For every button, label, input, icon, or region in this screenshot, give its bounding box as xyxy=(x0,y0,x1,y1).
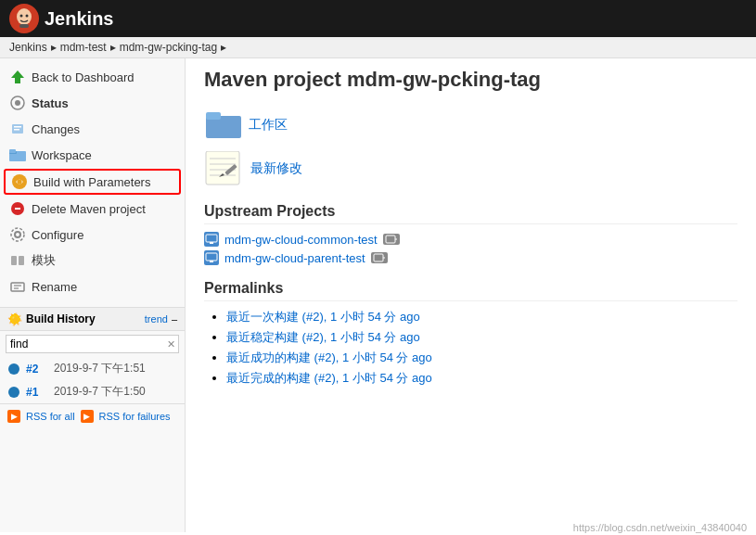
sidebar-item-configure[interactable]: Configure xyxy=(0,222,185,248)
workspace-folder-icon xyxy=(9,146,26,163)
doc-icon xyxy=(204,151,243,186)
permalink-item-1: 最近稳定构建 (#2), 1 小时 54 分 ago xyxy=(226,329,737,346)
find-input[interactable] xyxy=(6,335,179,353)
svg-point-1 xyxy=(17,8,32,25)
svg-marker-5 xyxy=(11,70,24,83)
sidebar-item-changes[interactable]: Changes xyxy=(0,116,185,142)
sidebar-item-build-with-parameters[interactable]: Build with Parameters xyxy=(4,169,181,195)
svg-point-2 xyxy=(20,15,23,18)
build-with-parameters-label: Build with Parameters xyxy=(33,175,150,189)
breadcrumb-mdm-test[interactable]: mdm-test xyxy=(60,41,107,54)
svg-point-15 xyxy=(18,180,22,185)
computer-icon-0 xyxy=(204,232,219,247)
breadcrumb-mdm-gw-pcking-tag[interactable]: mdm-gw-pcking-tag xyxy=(120,41,217,54)
svg-point-7 xyxy=(15,100,20,106)
page-title: Maven project mdm-gw-pcking-tag xyxy=(204,68,737,92)
rss-failures-link[interactable]: RSS for failures xyxy=(99,411,171,422)
trend-link[interactable]: trend xyxy=(145,313,168,325)
svg-rect-13 xyxy=(9,149,16,153)
build-link-2[interactable]: #2 xyxy=(26,363,48,376)
rss-footer: ▶ RSS for all ▶ RSS for failures xyxy=(0,403,185,428)
upstream-list: mdm-gw-cloud-common-test mdm-gw-cloud-pa… xyxy=(204,232,737,265)
breadcrumb: Jenkins ▸ mdm-test ▸ mdm-gw-pcking-tag ▸ xyxy=(0,37,756,58)
svg-rect-28 xyxy=(206,112,221,120)
jenkins-title: Jenkins xyxy=(45,8,113,30)
upstream-link-0[interactable]: mdm-gw-cloud-common-test xyxy=(224,233,378,247)
build-status-icon-1 xyxy=(7,386,20,399)
watermark: https://blog.csdn.net/weixin_43840040 xyxy=(573,522,747,533)
permalink-item-2: 最近成功的构建 (#2), 1 小时 54 分 ago xyxy=(226,350,737,366)
sidebar-item-workspace[interactable]: Workspace xyxy=(0,142,185,168)
delete-maven-label: Delete Maven project xyxy=(32,202,146,216)
arrow-up-icon xyxy=(9,69,26,85)
svg-rect-21 xyxy=(19,256,24,265)
tag-icon-1 xyxy=(371,252,388,263)
svg-rect-20 xyxy=(11,256,17,265)
svg-rect-41 xyxy=(210,261,213,262)
sidebar-item-status[interactable]: Status xyxy=(0,90,185,116)
sidebar: Back to Dashboard Status Changes xyxy=(0,58,186,532)
build-history-dash: – xyxy=(172,313,177,325)
sidebar-item-modules[interactable]: 模块 xyxy=(0,248,185,274)
rss-all-icon: ▶ xyxy=(7,410,20,423)
latest-changes-link[interactable]: 最新修改 xyxy=(250,160,302,177)
svg-rect-42 xyxy=(374,254,383,261)
build-history-label: Build History xyxy=(26,312,96,325)
build-history: ☀️ Build History trend – ✕ #2 2019-9-7 下… xyxy=(0,307,185,428)
build-history-header: ☀️ Build History trend – xyxy=(0,308,185,331)
tag-icon-0 xyxy=(383,234,400,245)
svg-rect-37 xyxy=(210,242,213,244)
gear-icon xyxy=(9,226,26,243)
svg-point-26 xyxy=(8,387,19,398)
rename-icon xyxy=(9,278,26,295)
clear-icon[interactable]: ✕ xyxy=(167,338,175,350)
svg-rect-10 xyxy=(14,129,19,131)
svg-rect-36 xyxy=(206,235,217,242)
breadcrumb-sep-1: ▸ xyxy=(51,41,57,54)
jenkins-icon xyxy=(9,4,39,33)
workspace-link[interactable]: 工作区 xyxy=(249,117,288,134)
main-content: Maven project mdm-gw-pcking-tag 工作区 xyxy=(186,58,756,532)
find-box: ✕ xyxy=(6,335,179,353)
icon-links: 工作区 xyxy=(204,107,737,186)
changes-label: Changes xyxy=(32,122,80,136)
svg-rect-4 xyxy=(19,24,29,28)
build-status-icon-2 xyxy=(7,363,20,376)
svg-point-18 xyxy=(15,232,20,237)
permalink-link-1[interactable]: 最近稳定构建 (#2), 1 小时 54 分 ago xyxy=(226,330,420,344)
build-item-1: #1 2019-9-7 下午1:50 xyxy=(0,380,185,403)
build-history-title: ☀️ Build History xyxy=(7,312,96,326)
permalinks-section-header: Permalinks xyxy=(204,280,737,301)
rename-label: Rename xyxy=(32,280,77,294)
build-history-sun-icon: ☀️ xyxy=(7,312,22,326)
sidebar-item-rename[interactable]: Rename xyxy=(0,274,185,299)
computer-icon-1 xyxy=(204,250,219,265)
permalink-link-2[interactable]: 最近成功的构建 (#2), 1 小时 54 分 ago xyxy=(226,350,432,364)
breadcrumb-jenkins[interactable]: Jenkins xyxy=(9,41,47,54)
permalink-link-0[interactable]: 最近一次构建 (#2), 1 小时 54 分 ago xyxy=(226,310,420,324)
svg-point-19 xyxy=(11,228,24,241)
upstream-item-0: mdm-gw-cloud-common-test xyxy=(204,232,737,247)
configure-label: Configure xyxy=(32,228,83,242)
upstream-link-1[interactable]: mdm-gw-cloud-parent-test xyxy=(224,251,365,265)
rss-failures-icon: ▶ xyxy=(81,410,94,423)
permalink-link-3[interactable]: 最近完成的构建 (#2), 1 小时 54 分 ago xyxy=(226,371,432,385)
build-date-1: 2019-9-7 下午1:50 xyxy=(54,384,146,400)
sidebar-item-delete-maven-project[interactable]: Delete Maven project xyxy=(0,196,185,222)
build-item-2: #2 2019-9-7 下午1:51 xyxy=(0,357,185,380)
permalink-item-3: 最近完成的构建 (#2), 1 小时 54 分 ago xyxy=(226,370,737,387)
permalink-list: 最近一次构建 (#2), 1 小时 54 分 ago 最近稳定构建 (#2), … xyxy=(204,309,737,387)
rss-all-link[interactable]: RSS for all xyxy=(26,411,75,422)
workspace-link-row: 工作区 xyxy=(204,107,737,144)
sidebar-item-back-to-dashboard[interactable]: Back to Dashboard xyxy=(0,64,185,90)
build-date-2: 2019-9-7 下午1:51 xyxy=(54,361,146,376)
build-link-1[interactable]: #1 xyxy=(26,386,48,399)
latest-changes-link-row: 最新修改 xyxy=(204,151,737,186)
header: Jenkins xyxy=(0,0,756,37)
permalink-item-0: 最近一次构建 (#2), 1 小时 54 分 ago xyxy=(226,309,737,325)
build-icon xyxy=(11,173,28,190)
svg-rect-22 xyxy=(11,283,24,291)
svg-point-3 xyxy=(26,15,29,18)
svg-rect-9 xyxy=(14,126,21,128)
main-layout: Back to Dashboard Status Changes xyxy=(0,58,756,532)
